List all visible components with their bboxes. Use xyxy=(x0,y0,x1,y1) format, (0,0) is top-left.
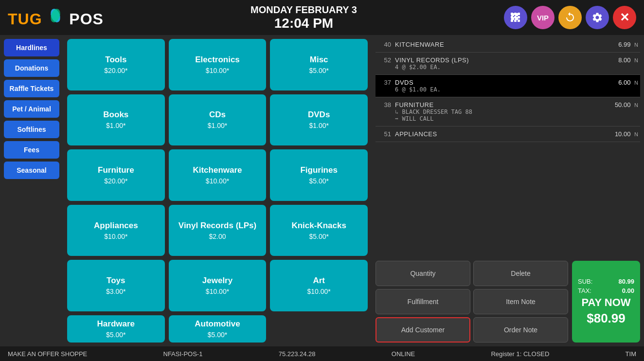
order-price: 50.00 N xyxy=(615,101,638,108)
category-grid: Tools $20.00* Electronics $10.00* Misc $… xyxy=(63,35,372,346)
order-list: 40 KITCHENWARE 6.99 N 52 VINYL RECORDS (… xyxy=(372,35,644,257)
svg-rect-18 xyxy=(518,19,520,22)
pay-tax-val: 0.00 xyxy=(622,287,634,294)
vip-button[interactable]: VIP xyxy=(531,6,555,29)
svg-rect-17 xyxy=(514,19,517,22)
order-name: DVDS xyxy=(395,79,614,86)
pay-tax-row: TAX: 0.00 xyxy=(578,287,634,294)
order-item-40[interactable]: 40 KITCHENWARE 6.99 N xyxy=(376,37,640,53)
category-automotive[interactable]: Automotive $5.00* xyxy=(169,315,267,343)
category-books[interactable]: Books $1.00* xyxy=(67,94,165,146)
category-vinyl[interactable]: Vinyl Records (LPs) $2.00 xyxy=(169,205,267,256)
logo-tug: TUG xyxy=(8,10,42,28)
sidebar-item-softlines[interactable]: Softlines xyxy=(4,121,59,138)
order-item-37[interactable]: 37 DVDS 6.00 N 6 @ $1.00 EA. xyxy=(376,75,640,97)
pay-sub-val: 80.99 xyxy=(618,278,634,285)
pay-amount: $80.99 xyxy=(587,311,626,326)
delete-button[interactable]: Delete xyxy=(473,261,568,286)
order-name: VINYL RECORDS (LPS) xyxy=(395,56,614,64)
sidebar-item-donations[interactable]: Donations xyxy=(4,59,59,77)
gear-button[interactable] xyxy=(586,6,609,29)
order-item-52[interactable]: 52 VINYL RECORDS (LPS) 8.00 N 4 @ $2.00 … xyxy=(376,53,640,75)
svg-rect-13 xyxy=(511,16,513,18)
order-name: APPLIANCES xyxy=(395,130,611,138)
category-toys[interactable]: Toys $3.00* xyxy=(67,260,165,311)
order-item-38[interactable]: 38 FURNITURE 50.00 N ↳ BLACK DRESSER TAG… xyxy=(376,97,640,126)
order-sub-note: ↳ BLACK DRESSER TAG 88 xyxy=(377,108,638,115)
order-num: 52 xyxy=(377,56,391,64)
refresh-button[interactable] xyxy=(558,6,582,29)
category-hardware[interactable]: Hardware $5.00* xyxy=(67,315,165,343)
category-misc[interactable]: Misc $5.00* xyxy=(270,39,368,90)
header-time: 12:04 PM xyxy=(250,16,357,31)
order-num: 40 xyxy=(377,41,391,48)
svg-rect-10 xyxy=(511,13,513,15)
order-note-button[interactable]: Order Note xyxy=(473,317,568,343)
category-kitchenware[interactable]: Kitchenware $10.00* xyxy=(169,149,267,201)
item-note-button[interactable]: Item Note xyxy=(473,289,568,314)
pay-now-label: PAY NOW xyxy=(581,296,630,309)
category-electronics[interactable]: Electronics $10.00* xyxy=(169,39,267,90)
statusbar: MAKE AN OFFER SHOPPE NFASI-POS-1 75.223.… xyxy=(0,346,644,361)
svg-rect-12 xyxy=(518,13,520,15)
header-center: MONDAY FEBRUARY 3 12:04 PM xyxy=(250,4,357,31)
category-figurines[interactable]: Figurines $5.00* xyxy=(270,149,368,201)
sidebar-item-seasonal[interactable]: Seasonal xyxy=(4,162,59,179)
order-sub: 6 @ $1.00 EA. xyxy=(377,86,638,93)
category-jewelry[interactable]: Jewelry $10.00* xyxy=(169,260,267,311)
pay-tax-label: TAX: xyxy=(578,287,591,294)
statusbar-user: TIM xyxy=(626,350,636,358)
order-name: FURNITURE xyxy=(395,101,611,108)
logo: TUG POS xyxy=(8,7,104,28)
grid-button[interactable] xyxy=(504,6,527,29)
svg-rect-16 xyxy=(511,19,513,22)
order-sub-willcall: ➡ WILL CALL xyxy=(377,115,638,122)
close-button[interactable]: ✕ xyxy=(613,6,636,29)
header-icons: VIP ✕ xyxy=(504,6,636,29)
bottom-area: Quantity Delete Fulfillment Item Note Ad… xyxy=(372,257,644,346)
order-price: 6.00 N xyxy=(618,79,638,86)
statusbar-ip: 75.223.24.28 xyxy=(279,350,316,358)
pay-sub-label: SUB: xyxy=(578,278,592,285)
sidebar-item-hardlines[interactable]: Hardlines xyxy=(4,39,59,56)
main-area: Hardlines Donations Raffle Tickets Pet /… xyxy=(0,35,644,346)
refresh-icon xyxy=(564,12,576,23)
pay-panel[interactable]: SUB: 80.99 TAX: 0.00 PAY NOW $80.99 xyxy=(572,261,640,343)
statusbar-pos: NFASI-POS-1 xyxy=(163,350,203,358)
statusbar-store: MAKE AN OFFER SHOPPE xyxy=(8,350,87,358)
category-furniture[interactable]: Furniture $20.00* xyxy=(67,149,165,201)
statusbar-status: ONLINE xyxy=(392,350,415,358)
order-num: 38 xyxy=(377,101,391,108)
quantity-button[interactable]: Quantity xyxy=(376,261,470,286)
category-art[interactable]: Art $10.00* xyxy=(270,260,368,311)
order-item-51[interactable]: 51 APPLIANCES 10.00 N xyxy=(376,126,640,142)
grid-icon xyxy=(510,12,521,23)
order-sub: 4 @ $2.00 EA. xyxy=(377,64,638,71)
category-knick-knacks[interactable]: Knick-Knacks $5.00* xyxy=(270,205,368,256)
header: TUG POS MONDAY FEBRUARY 3 12:04 PM xyxy=(0,0,644,35)
category-dvds[interactable]: DVDs $1.00* xyxy=(270,94,368,146)
svg-rect-15 xyxy=(518,16,520,18)
sidebar-item-raffle[interactable]: Raffle Tickets xyxy=(4,80,59,97)
category-appliances[interactable]: Appliances $10.00* xyxy=(67,205,165,256)
order-price: 6.99 N xyxy=(618,41,638,48)
svg-point-1 xyxy=(49,7,62,23)
statusbar-register: Register 1: CLOSED xyxy=(491,350,549,358)
fulfillment-button[interactable]: Fulfillment xyxy=(376,289,470,314)
sidebar-item-fees[interactable]: Fees xyxy=(4,141,59,159)
sidebar: Hardlines Donations Raffle Tickets Pet /… xyxy=(0,35,63,346)
category-tools[interactable]: Tools $20.00* xyxy=(67,39,165,90)
order-price: 8.00 N xyxy=(618,56,638,64)
pay-subtotal-row: SUB: 80.99 xyxy=(578,278,634,285)
category-cds[interactable]: CDs $1.00* xyxy=(169,94,267,146)
order-name: KITCHENWARE xyxy=(395,41,614,48)
svg-rect-14 xyxy=(514,16,517,18)
order-num: 37 xyxy=(377,79,391,86)
logo-pos: POS xyxy=(69,10,104,28)
add-customer-button[interactable]: Add Customer xyxy=(376,317,470,343)
logo-leaf-icon xyxy=(47,7,64,24)
svg-rect-11 xyxy=(514,13,517,15)
order-price: 10.00 N xyxy=(615,130,638,138)
header-date: MONDAY FEBRUARY 3 xyxy=(250,4,357,16)
sidebar-item-pet[interactable]: Pet / Animal xyxy=(4,100,59,118)
